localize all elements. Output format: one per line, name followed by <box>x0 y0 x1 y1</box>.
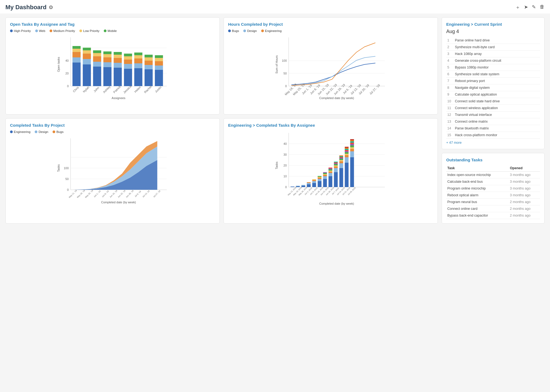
svg-rect-35 <box>124 64 132 69</box>
svg-text:Rachel: Rachel <box>143 85 152 94</box>
sprint-task-name[interactable]: Generate cross-platform circuit <box>454 57 540 64</box>
svg-rect-151 <box>334 168 338 172</box>
svg-rect-162 <box>339 159 343 160</box>
outstanding-task-row: Program neural bus2 months ago <box>446 199 540 205</box>
hours-completed-card: Hours Completed by Project Bugs Design E… <box>224 17 438 115</box>
sprint-task-name[interactable]: Connect solid state hard drive <box>454 98 540 105</box>
sprint-task-name[interactable]: Navigate digital system <box>454 84 540 91</box>
svg-rect-125 <box>307 184 311 187</box>
svg-rect-122 <box>296 186 300 186</box>
sprint-task-name[interactable]: Reboot primary port <box>454 78 540 84</box>
right-panel: Engineering > Current Sprint Aug 4 1Pars… <box>442 17 545 224</box>
svg-text:40: 40 <box>283 142 287 145</box>
outstanding-task-opened: 2 months ago <box>509 212 540 219</box>
dashboard-grid: Open Tasks By Assignee and Tag High Prio… <box>0 14 550 227</box>
svg-rect-14 <box>83 64 91 86</box>
open-tasks-chart: 0 20 40 Open tasks <box>10 35 215 100</box>
svg-text:Jun 8, '19: Jun 8, '19 <box>101 190 109 198</box>
svg-text:Completed date (by week): Completed date (by week) <box>319 96 354 100</box>
share-icon[interactable]: ➤ <box>524 4 528 11</box>
svg-rect-31 <box>114 58 122 63</box>
sprint-more-link[interactable]: + 47 more <box>446 141 540 145</box>
completed-legend: Engineering Design Bugs <box>10 130 215 133</box>
sprint-task-name[interactable]: Parse online hard drive <box>454 37 540 44</box>
sprint-title: Engineering > Current Sprint <box>446 22 540 27</box>
sprint-task-row: 11Connect wireless application <box>446 105 540 112</box>
svg-rect-17 <box>83 50 91 54</box>
svg-rect-43 <box>134 53 143 55</box>
svg-rect-39 <box>134 68 143 86</box>
sprint-task-num: 1 <box>446 37 454 44</box>
sprint-task-row: 7Reboot primary port <box>446 78 540 84</box>
svg-text:Jun 22, '19: Jun 22, '19 <box>117 190 126 198</box>
legend-bugs: Bugs <box>228 29 239 32</box>
svg-rect-126 <box>307 183 311 184</box>
svg-text:Tasks: Tasks <box>275 161 278 169</box>
sprint-task-num: 9 <box>446 91 454 98</box>
hours-chart: 0 50 100 Sum of Hours May 18, '19 May 25… <box>228 35 433 100</box>
svg-rect-12 <box>73 49 81 52</box>
outstanding-task-name[interactable]: Bypass back-end capacitor <box>446 212 509 219</box>
outstanding-task-name[interactable]: Program online microchip <box>446 185 509 192</box>
outstanding-task-row: Calculate back-end bus3 months ago <box>446 178 540 185</box>
outstanding-task-name[interactable]: Calculate back-end bus <box>446 178 509 185</box>
svg-rect-11 <box>73 52 81 57</box>
svg-rect-27 <box>103 54 112 57</box>
sprint-task-name[interactable]: Calculate optical application <box>454 91 540 98</box>
svg-rect-45 <box>145 65 153 69</box>
svg-rect-178 <box>350 151 354 157</box>
svg-rect-18 <box>83 48 91 50</box>
svg-text:Jul 13, '19: Jul 13, '19 <box>142 190 150 198</box>
outstanding-task-name[interactable]: Program neural bus <box>446 199 509 205</box>
svg-rect-133 <box>318 179 322 181</box>
target-icon: ⊙ <box>49 4 53 10</box>
sprint-task-name[interactable]: Parse bluetooth matrix <box>454 125 540 132</box>
svg-rect-150 <box>334 172 338 187</box>
svg-text:100: 100 <box>64 166 69 170</box>
svg-rect-168 <box>345 157 349 163</box>
svg-rect-174 <box>345 149 349 150</box>
outstanding-task-name[interactable]: Index open-source microchip <box>446 172 509 178</box>
svg-rect-159 <box>339 163 343 168</box>
svg-rect-153 <box>334 165 338 166</box>
outstanding-task-name[interactable]: Connect online card <box>446 205 509 212</box>
svg-rect-170 <box>345 154 349 155</box>
svg-text:0: 0 <box>285 185 287 189</box>
edit-icon[interactable]: ✎ <box>532 4 536 11</box>
sprint-task-name[interactable]: Connect online matrix <box>454 118 540 125</box>
svg-text:30: 30 <box>283 153 287 156</box>
sprint-task-name[interactable]: Synthesize solid state system <box>454 71 540 78</box>
svg-rect-144 <box>329 173 332 176</box>
svg-rect-10 <box>73 57 81 63</box>
svg-rect-21 <box>93 56 101 62</box>
sprint-task-name[interactable]: Synthesize multi-byte card <box>454 44 540 51</box>
svg-text:Jun 1, '19: Jun 1, '19 <box>93 190 101 198</box>
svg-text:May 18, '19: May 18, '19 <box>76 189 86 198</box>
svg-text:Open tasks: Open tasks <box>57 57 60 72</box>
sprint-task-name[interactable]: Hack cross-platform monitor <box>454 132 540 139</box>
mobile-dot <box>104 30 106 32</box>
svg-text:Jul 6, '19: Jul 6, '19 <box>134 190 141 198</box>
svg-rect-175 <box>345 148 349 149</box>
sprint-task-num: 13 <box>446 118 454 125</box>
svg-rect-25 <box>103 62 112 67</box>
svg-rect-19 <box>93 67 101 86</box>
svg-rect-134 <box>318 178 322 179</box>
svg-rect-143 <box>329 176 332 187</box>
svg-rect-48 <box>145 55 153 57</box>
svg-rect-37 <box>124 56 132 60</box>
sprint-task-name[interactable]: Hack 1080p array <box>454 51 540 57</box>
web-dot <box>35 30 38 32</box>
svg-text:40: 40 <box>65 59 69 62</box>
svg-rect-166 <box>339 155 343 156</box>
svg-text:May 12, 2019: May 12, 2019 <box>287 187 297 196</box>
sprint-task-name[interactable]: Bypass 1080p monitor <box>454 64 540 71</box>
trash-icon[interactable]: 🗑 <box>540 4 545 11</box>
svg-rect-52 <box>155 58 163 61</box>
svg-rect-157 <box>334 162 338 162</box>
svg-rect-173 <box>345 150 349 151</box>
plus-icon[interactable]: ＋ <box>515 4 520 11</box>
sprint-task-name[interactable]: Transmit virtual interface <box>454 112 540 118</box>
outstanding-task-name[interactable]: Reboot optical alarm <box>446 192 509 199</box>
sprint-task-name[interactable]: Connect wireless application <box>454 105 540 112</box>
